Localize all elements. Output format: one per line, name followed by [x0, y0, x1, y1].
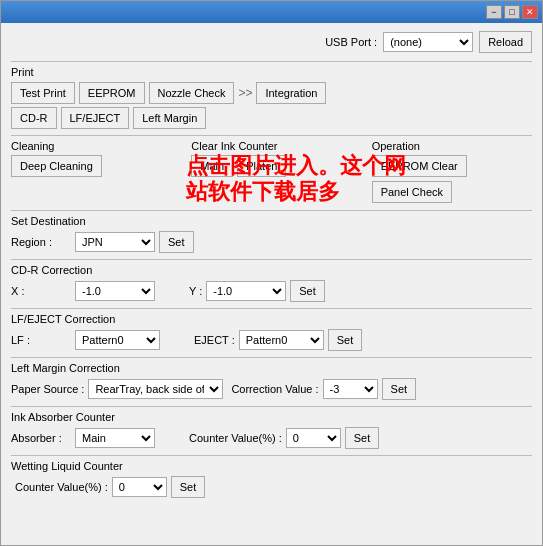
divider-lf: [11, 308, 532, 309]
panel-check-button[interactable]: Panel Check: [372, 181, 452, 203]
content-area: 点击图片进入。这个网 站软件下载居多 USB Port : (none) Rel…: [1, 23, 542, 545]
wetting-counter-label: Counter Value(%) :: [15, 481, 108, 493]
title-bar: − □ ✕: [1, 1, 542, 23]
print-row-1: Test Print EEPROM Nozzle Check >> Integr…: [11, 82, 532, 104]
y-select[interactable]: -1.0 0.0 1.0: [206, 281, 286, 301]
print-label: Print: [11, 66, 532, 78]
main-window: − □ ✕ 点击图片进入。这个网 站软件下载居多 USB Port : (non…: [0, 0, 543, 546]
cdr-correction-label: CD-R Correction: [11, 264, 532, 276]
ink-absorber-section: Ink Absorber Counter Absorber : Main Pla…: [11, 411, 532, 449]
eeprom-button[interactable]: EEPROM: [79, 82, 145, 104]
divider-wetting: [11, 455, 532, 456]
eeprom-clear-button[interactable]: EEPROM Clear: [372, 155, 467, 177]
paper-source-select[interactable]: RearTray, back side of par: [88, 379, 223, 399]
eject-select[interactable]: Pattern0 Pattern1 Pattern2: [239, 330, 324, 350]
correction-value-select[interactable]: -3-2-10: [323, 379, 378, 399]
paper-source-label: Paper Source :: [11, 383, 84, 395]
correction-value-label: Correction Value :: [231, 383, 318, 395]
wetting-liquid-row: Counter Value(%) : 0 Set: [11, 476, 532, 498]
cd-r-button[interactable]: CD-R: [11, 107, 57, 129]
divider-margin: [11, 357, 532, 358]
divider-absorber: [11, 406, 532, 407]
set-margin-button[interactable]: Set: [382, 378, 417, 400]
cleaning-title: Cleaning: [11, 140, 171, 152]
clear-ink-group: Clear Ink Counter Main Platen: [191, 140, 351, 206]
absorber-counter-select[interactable]: 0: [286, 428, 341, 448]
usb-port-row: USB Port : (none) Reload: [11, 31, 532, 53]
y-label: Y :: [189, 285, 202, 297]
absorber-select[interactable]: Main Platen: [75, 428, 155, 448]
usb-port-select[interactable]: (none): [383, 32, 473, 52]
cdr-correction-row: X : -1.0 0.0 1.0 Y : -1.0 0.0 1.0 Set: [11, 280, 532, 302]
divider-cdr: [11, 259, 532, 260]
main-button[interactable]: Main: [191, 155, 233, 177]
cleaning-buttons: Deep Cleaning: [11, 155, 171, 177]
set-cdr-button[interactable]: Set: [290, 280, 325, 302]
title-bar-buttons: − □ ✕: [486, 5, 538, 19]
test-print-button[interactable]: Test Print: [11, 82, 75, 104]
wetting-counter-select[interactable]: 0: [112, 477, 167, 497]
divider-top: [11, 61, 532, 62]
left-margin-button[interactable]: Left Margin: [133, 107, 206, 129]
lf-select[interactable]: Pattern0 Pattern1 Pattern2: [75, 330, 160, 350]
lf-eject-section: LF/EJECT Correction LF : Pattern0 Patter…: [11, 313, 532, 351]
wetting-liquid-section: Wetting Liquid Counter Counter Value(%) …: [11, 460, 532, 498]
lf-eject-row: LF : Pattern0 Pattern1 Pattern2 EJECT : …: [11, 329, 532, 351]
nozzle-check-button[interactable]: Nozzle Check: [149, 82, 235, 104]
maximize-button[interactable]: □: [504, 5, 520, 19]
clear-ink-title: Clear Ink Counter: [191, 140, 351, 152]
ink-absorber-label: Ink Absorber Counter: [11, 411, 532, 423]
cleaning-group: Cleaning Deep Cleaning: [11, 140, 171, 206]
divider-dest: [11, 210, 532, 211]
set-lf-button[interactable]: Set: [328, 329, 363, 351]
close-button[interactable]: ✕: [522, 5, 538, 19]
lf-label: LF :: [11, 334, 71, 346]
region-select[interactable]: JPN US EUR: [75, 232, 155, 252]
absorber-label: Absorber :: [11, 432, 71, 444]
set-destination-button[interactable]: Set: [159, 231, 194, 253]
left-margin-section: Left Margin Correction Paper Source : Re…: [11, 362, 532, 400]
operation-buttons: EEPROM Clear Panel Check: [372, 155, 532, 203]
minimize-button[interactable]: −: [486, 5, 502, 19]
x-select[interactable]: -1.0 0.0 1.0: [75, 281, 155, 301]
left-margin-row: Paper Source : RearTray, back side of pa…: [11, 378, 532, 400]
print-section: Print Test Print EEPROM Nozzle Check >> …: [11, 66, 532, 129]
arrow-icon: >>: [238, 86, 252, 100]
usb-port-label: USB Port :: [325, 36, 377, 48]
reload-button[interactable]: Reload: [479, 31, 532, 53]
operation-group: Operation EEPROM Clear Panel Check: [372, 140, 532, 206]
cdr-correction-section: CD-R Correction X : -1.0 0.0 1.0 Y : -1.…: [11, 264, 532, 302]
operation-title: Operation: [372, 140, 532, 152]
ink-absorber-row: Absorber : Main Platen Counter Value(%) …: [11, 427, 532, 449]
integration-button[interactable]: Integration: [256, 82, 326, 104]
set-absorber-button[interactable]: Set: [345, 427, 380, 449]
deep-cleaning-button[interactable]: Deep Cleaning: [11, 155, 102, 177]
divider-cleaning: [11, 135, 532, 136]
lf-eject-button[interactable]: LF/EJECT: [61, 107, 130, 129]
absorber-counter-label: Counter Value(%) :: [189, 432, 282, 444]
left-margin-label: Left Margin Correction: [11, 362, 532, 374]
set-wetting-button[interactable]: Set: [171, 476, 206, 498]
set-destination-row: Region : JPN US EUR Set: [11, 231, 532, 253]
print-row-2: CD-R LF/EJECT Left Margin: [11, 107, 532, 129]
set-destination-label: Set Destination: [11, 215, 532, 227]
region-label: Region :: [11, 236, 71, 248]
x-label: X :: [11, 285, 71, 297]
lf-eject-label: LF/EJECT Correction: [11, 313, 532, 325]
cleaning-group-row: Cleaning Deep Cleaning Clear Ink Counter…: [11, 140, 532, 206]
eject-label: EJECT :: [194, 334, 235, 346]
wetting-liquid-label: Wetting Liquid Counter: [11, 460, 532, 472]
clear-ink-buttons: Main Platen: [191, 155, 351, 177]
platen-button[interactable]: Platen: [237, 155, 286, 177]
set-destination-section: Set Destination Region : JPN US EUR Set: [11, 215, 532, 253]
